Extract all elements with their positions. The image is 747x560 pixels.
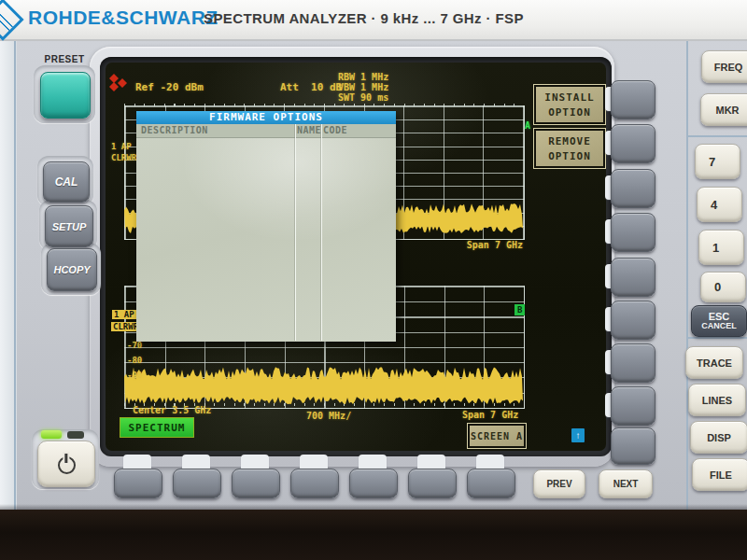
scroll-up-icon[interactable]: ↑ <box>571 428 585 442</box>
softkey-8-button[interactable] <box>611 386 655 426</box>
power-icon <box>56 454 77 474</box>
attenuation-readout: Att 10 dB <box>280 81 342 93</box>
cal-button[interactable]: CAL <box>43 161 90 203</box>
softkey-6-button[interactable] <box>611 301 655 340</box>
header-bar: ROHDE&SCHWARZ SPECTRUM ANALYZER · 9 kHz … <box>0 0 747 41</box>
trace-b-mode-line1: 1 AP <box>112 310 136 319</box>
keypad-divider <box>688 337 747 339</box>
model-title: SPECTRUM ANALYZER · 9 kHz ... 7 GHz · FS… <box>204 10 524 26</box>
bottom-softkey-2-button[interactable] <box>173 469 221 498</box>
column-code: CODE <box>323 125 347 135</box>
display-a-badge: A <box>525 120 530 131</box>
bottom-softkey-5-button[interactable] <box>349 469 398 498</box>
rs-logo-icon <box>0 0 24 41</box>
freq-button[interactable]: FREQ <box>701 50 747 83</box>
rs-screen-logo-icon <box>109 74 128 92</box>
power-button[interactable] <box>37 441 95 487</box>
vbw-readout: VBW 1 MHz <box>338 82 388 92</box>
trace-button[interactable]: TRACE <box>685 346 743 379</box>
lines-button[interactable]: LINES <box>688 384 746 416</box>
display-b-badge: B <box>514 304 525 315</box>
dialog-table-body <box>136 138 396 342</box>
keypad-divider <box>688 135 747 137</box>
softkey-1-button[interactable] <box>611 80 655 119</box>
span-a-readout: Span 7 GHz <box>427 240 523 250</box>
preset-button[interactable] <box>40 72 91 119</box>
digit-1-button[interactable]: 1 <box>698 230 744 265</box>
level-tick-90: -90 <box>127 371 142 380</box>
file-button[interactable]: FILE <box>692 458 747 491</box>
dialog-column-divider <box>321 124 322 341</box>
softkey-4-button[interactable] <box>611 213 655 252</box>
remove-option-softkey[interactable]: REMOVE OPTION <box>534 129 605 168</box>
dialog-title: FIRMWARE OPTIONS <box>136 111 396 124</box>
instrument-front-panel: ROHDE&SCHWARZ SPECTRUM ANALYZER · 9 kHz … <box>0 0 747 560</box>
softkey-2-button[interactable] <box>611 124 655 163</box>
level-tick-80: -80 <box>127 356 142 365</box>
rbw-readout: RBW 1 MHz <box>338 72 388 82</box>
screen-a-softkey[interactable]: SCREEN A <box>468 424 526 448</box>
softkey-9-button[interactable] <box>611 427 655 465</box>
prev-button[interactable]: PREV <box>533 469 585 498</box>
keypad-divider <box>686 41 688 510</box>
disp-button[interactable]: DISP <box>690 421 747 454</box>
esc-cancel-button[interactable]: ESC CANCEL <box>691 305 747 337</box>
softkey-5-button[interactable] <box>611 258 655 297</box>
next-button[interactable]: NEXT <box>599 469 653 498</box>
dialog-column-divider <box>295 124 296 341</box>
digit-4-button[interactable]: 4 <box>697 187 742 222</box>
firmware-options-dialog: FIRMWARE OPTIONS DESCRIPTION NAME CODE <box>136 111 396 341</box>
level-tick-70: -70 <box>127 341 142 350</box>
preset-label: PRESET <box>32 54 97 64</box>
mkr-button[interactable]: MKR <box>700 93 747 126</box>
bottom-softkey-6-button[interactable] <box>408 469 457 498</box>
digit-7-button[interactable]: 7 <box>695 144 740 179</box>
bottom-softkey-1-button[interactable] <box>114 469 162 498</box>
digit-0-button[interactable]: 0 <box>700 272 746 302</box>
table-surface <box>0 510 747 560</box>
bottom-softkey-4-button[interactable] <box>290 469 339 498</box>
hcopy-button[interactable]: HCOPY <box>47 248 97 291</box>
setup-button[interactable]: SETUP <box>45 205 93 247</box>
softkey-3-button[interactable] <box>611 169 655 208</box>
trace-a-mode-line1: 1 AP <box>111 142 132 151</box>
bottom-softkey-7-button[interactable] <box>467 469 515 498</box>
trace-b-noise <box>124 365 523 406</box>
trace-a-mode-line2: CLRWR <box>111 153 136 162</box>
center-freq-readout: Center 3.5 GHz <box>133 405 211 415</box>
left-edge-accent <box>14 39 16 511</box>
standby-led-off <box>67 431 84 439</box>
per-division-readout: 700 MHz/ <box>306 411 351 421</box>
bottom-softkey-3-button[interactable] <box>232 469 280 498</box>
power-led-on <box>41 430 62 439</box>
swt-readout: SWT 90 ms <box>338 92 388 103</box>
brand-name: ROHDE&SCHWARZ <box>28 7 218 29</box>
span-b-readout: Span 7 GHz <box>462 410 518 420</box>
softkey-7-button[interactable] <box>611 343 655 383</box>
spectrum-mode-badge: SPECTRUM <box>120 417 194 438</box>
column-name: NAME <box>297 125 321 135</box>
ref-level-readout: Ref -20 dBm <box>135 81 204 93</box>
dialog-table-header: DESCRIPTION NAME CODE <box>136 124 396 138</box>
crt-display: Ref -20 dBm Att 10 dB RBW 1 MHz VBW 1 MH… <box>106 63 606 451</box>
install-option-softkey[interactable]: INSTALL OPTION <box>534 85 605 124</box>
column-description: DESCRIPTION <box>141 125 208 135</box>
